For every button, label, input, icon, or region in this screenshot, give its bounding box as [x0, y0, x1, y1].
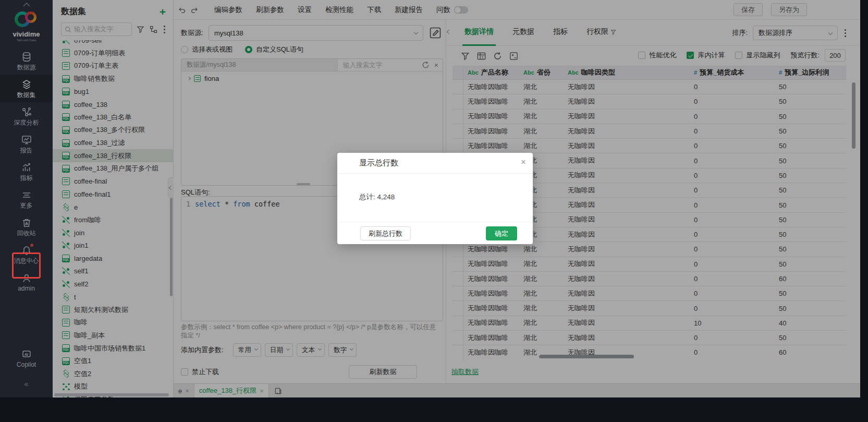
total-rows-dialog: 显示总行数 × 总计: 4,248 刷新总行数 确定	[337, 153, 533, 244]
refresh-total-rows-button[interactable]: 刷新总行数	[360, 226, 411, 240]
app-window: vividime Talk with Data 数据源 数据集 深度分析	[0, 0, 868, 422]
dialog-title: 显示总行数	[359, 158, 398, 168]
confirm-button[interactable]: 确定	[486, 226, 517, 240]
close-icon[interactable]: ×	[521, 158, 526, 166]
total-count-text: 总计: 4,248	[337, 174, 533, 202]
